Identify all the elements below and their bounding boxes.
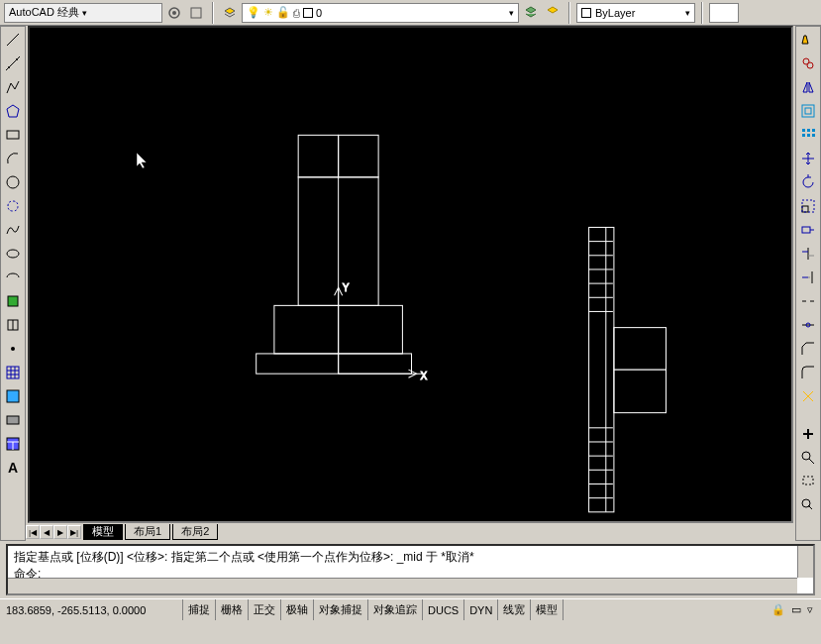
svg-rect-62 (802, 206, 808, 212)
revcloud-tool[interactable] (2, 195, 24, 217)
chevron-down-icon: ▾ (82, 8, 87, 18)
tab-layout1[interactable]: 布局1 (125, 524, 170, 540)
scrollbar-vertical[interactable] (797, 546, 813, 578)
tab-first-icon[interactable]: |◀ (26, 525, 40, 539)
status-model[interactable]: 模型 (531, 599, 564, 620)
polyline-tool[interactable] (2, 76, 24, 98)
status-lwt[interactable]: 线宽 (498, 599, 531, 620)
gear-icon[interactable] (164, 3, 184, 23)
explode-tool[interactable] (797, 385, 819, 407)
tab-prev-icon[interactable]: ◀ (40, 525, 53, 539)
offset-tool[interactable] (797, 100, 819, 122)
color-swatch (581, 8, 591, 18)
tray-icon[interactable]: ▭ (791, 603, 801, 616)
svg-line-4 (6, 56, 20, 70)
status-osnap[interactable]: 对象捕捉 (314, 599, 368, 620)
svg-rect-30 (257, 354, 412, 374)
svg-rect-54 (802, 105, 814, 117)
join-tool[interactable] (797, 314, 819, 336)
erase-tool[interactable] (797, 29, 819, 51)
divider (568, 2, 570, 24)
arc-tool[interactable] (2, 148, 24, 169)
ellipse-tool[interactable] (2, 243, 24, 265)
main-area: A X (0, 26, 821, 541)
hatch-tool[interactable] (2, 362, 24, 383)
status-ducs[interactable]: DUCS (423, 599, 464, 620)
layer-color-swatch (303, 8, 313, 18)
scrollbar-horizontal[interactable] (8, 578, 797, 593)
layer-prev-icon[interactable] (521, 3, 541, 23)
coordinates-readout[interactable]: 183.6859, -265.5113, 0.0000 (0, 599, 183, 620)
tab-last-icon[interactable]: ▶| (67, 525, 81, 539)
ellipse-arc-tool[interactable] (2, 267, 24, 288)
svg-text:Y: Y (343, 282, 350, 293)
status-dyn[interactable]: DYN (464, 599, 498, 620)
zoom-tool[interactable] (797, 447, 819, 469)
top-toolbar: AutoCAD 经典 ▾ 💡 ☀ 🔓 ⎙ 0 ▾ ByLayer ▾ (0, 0, 821, 26)
array-tool[interactable] (797, 124, 819, 146)
status-snap[interactable]: 捕捉 (183, 599, 216, 620)
annotation-icon[interactable]: ▿ (807, 603, 813, 616)
xline-tool[interactable] (2, 53, 24, 74)
line-tool[interactable] (2, 29, 24, 51)
make-block-tool[interactable] (2, 314, 24, 336)
status-grid[interactable]: 栅格 (216, 599, 249, 620)
layer-manager-icon[interactable] (220, 3, 240, 23)
break-tool[interactable] (797, 290, 819, 312)
spline-tool[interactable] (2, 219, 24, 241)
layer-name: 0 (316, 7, 322, 19)
point-tool[interactable] (2, 338, 24, 360)
status-otrack[interactable]: 对象追踪 (368, 599, 423, 620)
svg-rect-56 (802, 129, 805, 132)
trim-tool[interactable] (797, 243, 819, 265)
region-tool[interactable] (2, 409, 24, 431)
lock-icon[interactable]: 🔒 (771, 603, 785, 616)
svg-point-5 (8, 66, 10, 68)
rectangle-tool[interactable] (2, 124, 24, 146)
pan-tool[interactable] (797, 423, 819, 445)
drawing-canvas[interactable]: X Y (28, 26, 793, 523)
tab-model[interactable]: 模型 (83, 524, 123, 540)
plot-icon: ⎙ (293, 7, 300, 19)
command-window[interactable]: 指定基点或 [位移(D)] <位移>: 指定第二个点或 <使用第一个点作为位移>… (6, 544, 815, 595)
color-dropdown[interactable]: ByLayer ▾ (576, 3, 695, 23)
copy-tool[interactable] (797, 53, 819, 74)
status-ortho[interactable]: 正交 (249, 599, 281, 620)
linetype-dropdown[interactable] (709, 3, 739, 23)
polygon-tool[interactable] (2, 100, 24, 122)
mirror-tool[interactable] (797, 76, 819, 98)
svg-rect-7 (7, 131, 19, 139)
rotate-tool[interactable] (797, 171, 819, 193)
insert-block-tool[interactable] (2, 290, 24, 312)
mtext-tool[interactable]: A (2, 457, 24, 479)
draw-toolbar: A (0, 26, 26, 541)
layer-states-icon[interactable] (543, 3, 563, 23)
scale-tool[interactable] (797, 195, 819, 217)
fillet-tool[interactable] (797, 362, 819, 383)
svg-point-13 (11, 347, 15, 351)
chamfer-tool[interactable] (797, 338, 819, 360)
zoom-prev-tool[interactable] (797, 494, 819, 516)
table-tool[interactable] (2, 433, 24, 455)
circle-tool[interactable] (2, 171, 24, 193)
drawing-content: X Y (30, 28, 791, 521)
status-polar[interactable]: 极轴 (281, 599, 314, 620)
svg-point-53 (807, 62, 813, 68)
stretch-tool[interactable] (797, 219, 819, 241)
svg-rect-19 (7, 390, 19, 402)
layer-dropdown[interactable]: 💡 ☀ 🔓 ⎙ 0 ▾ (242, 3, 519, 23)
zoom-window-tool[interactable] (797, 471, 819, 492)
canvas-wrap: X Y (26, 26, 795, 541)
gradient-tool[interactable] (2, 385, 24, 407)
settings-icon[interactable] (186, 3, 206, 23)
command-history-line: 指定基点或 [位移(D)] <位移>: 指定第二个点或 <使用第一个点作为位移>… (14, 549, 807, 566)
workspace-dropdown[interactable]: AutoCAD 经典 ▾ (4, 3, 162, 23)
move-tool[interactable] (797, 148, 819, 169)
divider (212, 2, 214, 24)
tab-next-icon[interactable]: ▶ (53, 525, 67, 539)
svg-point-75 (802, 452, 810, 460)
svg-rect-59 (802, 134, 805, 137)
bylayer-label: ByLayer (595, 7, 635, 19)
extend-tool[interactable] (797, 267, 819, 288)
tab-layout2[interactable]: 布局2 (172, 524, 218, 540)
